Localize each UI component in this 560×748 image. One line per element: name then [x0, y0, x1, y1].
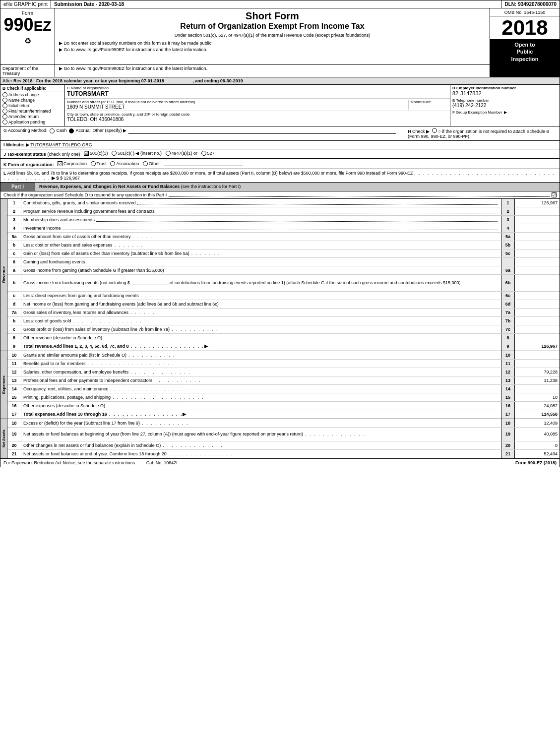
527-option[interactable]: 527 [201, 151, 215, 156]
cash-radio[interactable] [50, 128, 55, 133]
table-row: 14 Occupancy, rent, utilities, and maint… [7, 385, 560, 393]
check-name[interactable]: Name change [2, 98, 62, 103]
cell-desc: Less: direct expenses from gaming and fu… [21, 292, 501, 300]
cell-value [515, 275, 560, 291]
cell-line: 18 [501, 419, 515, 427]
check-amended[interactable]: Amended return [2, 114, 62, 119]
cell-line: 13 [501, 376, 515, 384]
trust-option[interactable]: Trust [91, 161, 107, 166]
row-num: c [7, 292, 21, 300]
row-num: 19 [7, 428, 21, 441]
cell-line: 1 [501, 199, 515, 207]
row-num: 16 [7, 402, 21, 410]
other-option[interactable]: Other [143, 161, 160, 166]
h-radio[interactable] [432, 128, 437, 133]
check-pending[interactable]: Application pending [2, 120, 62, 125]
ein-value: 82-3147832 [452, 90, 558, 96]
schedule-checkbox[interactable]: ☑ [552, 192, 557, 197]
final-radio[interactable] [2, 109, 7, 114]
check-final[interactable]: Final return/terminated [2, 109, 62, 114]
assoc-option[interactable]: Association [110, 161, 139, 166]
address-radio[interactable] [2, 92, 7, 97]
other-input[interactable] [164, 160, 243, 166]
year-area: OMB No. 1545-1150 2018 Open toPublicInsp… [490, 8, 560, 64]
cell-value [515, 309, 560, 316]
table-row: a Gross income from gaming (attach Sched… [7, 266, 560, 275]
phone-value: (419) 242-2122 [452, 103, 558, 108]
corp-checkbox[interactable]: ☑ [58, 161, 62, 166]
l-value: $ 126,967 [60, 176, 80, 181]
accrual-label: Accrual [76, 128, 91, 133]
cell-value: 12,409 [515, 419, 560, 427]
527-radio[interactable] [201, 151, 206, 156]
4947-radio[interactable] [166, 151, 171, 156]
cell-value: 52,494 [515, 450, 560, 458]
part1-title: Revenue, Expenses, and Changes in Net As… [35, 183, 560, 191]
cell-value: 114,558 [515, 410, 560, 419]
table-row: 9 Total revenue. Add lines 1, 2, 3, 4, 5… [7, 342, 560, 351]
table-row: 10 Grants and similar amounts paid (list… [7, 351, 560, 360]
cell-line: 20 [501, 441, 515, 449]
address-main: Number and street (or P. O. box, if mail… [67, 100, 408, 110]
cell-value [515, 233, 560, 241]
check-only: (check only one) [47, 152, 80, 157]
website-url: TUTORSMART-TOLEDO.ORG [30, 142, 92, 147]
cell-value [515, 317, 560, 325]
address-label: Address change [8, 92, 39, 97]
footer-row: For Paperwork Reduction Act Notice, see … [0, 459, 560, 467]
tax-year-row: After Rev 2018 For the 2018 calendar yea… [0, 77, 560, 85]
cell-desc: Contributions, gifts, grants, and simila… [21, 199, 501, 207]
table-row: 8 Other revenue (describe in Schedule O)… [7, 334, 560, 342]
cell-desc: Excess or (deficit) for the year (Subtra… [21, 419, 501, 427]
other-radio[interactable] [143, 161, 148, 166]
city-value: TOLEDO, OH 436041806 [67, 117, 448, 122]
table-row: 21 Net assets or fund balances at end of… [7, 450, 560, 458]
501c3-option[interactable]: ☑ 501(c)(3) [84, 151, 108, 156]
name-radio[interactable] [2, 98, 7, 103]
check-initial[interactable]: Initial return [2, 103, 62, 108]
cell-value: 126,967 [515, 342, 560, 351]
accrual-radio[interactable] [69, 128, 74, 133]
expense-rows: 10 Grants and similar amounts paid (list… [7, 351, 560, 419]
form-org-row: K Form of organization: ☑ Corporation Tr… [0, 159, 560, 169]
title-main: Short Form Return of Organization Exempt… [55, 8, 490, 64]
table-row: 7a Gross sales of inventory, less return… [7, 309, 560, 317]
row-num: 11 [7, 360, 21, 368]
part1-label: Part I [0, 183, 35, 191]
check-address[interactable]: Address change [2, 92, 62, 97]
cell-line: 21 [501, 450, 515, 458]
row-num: 7a [7, 309, 21, 316]
row-num: 21 [7, 450, 21, 458]
cell-line: 4 [501, 224, 515, 232]
website-row: I Website: ▶ TUTORSMART-TOLEDO.ORG [0, 141, 560, 149]
table-row: 19 Net assets or fund balances at beginn… [7, 428, 560, 441]
short-form-title: Short Form [59, 10, 486, 22]
trust-radio[interactable] [91, 161, 96, 166]
dotted-line [169, 193, 550, 197]
other-label: Other (specify) ▶ [93, 128, 127, 133]
row-num: 4 [7, 224, 21, 232]
initial-radio[interactable] [2, 103, 7, 108]
501c-radio[interactable] [112, 151, 117, 156]
row-num: 14 [7, 385, 21, 393]
final-label: Final return/terminated [8, 109, 51, 114]
form-label-footer: Form 990-EZ (2018) [515, 460, 557, 465]
cell-desc: Gross income from fundraising events (no… [21, 275, 501, 291]
subtitle: Under section 501(c), 527, or 4947(a)(1)… [59, 33, 486, 38]
ein-block: D Employer identification number 82-3147… [452, 86, 558, 96]
cell-line: 2 [501, 207, 515, 215]
4947-option[interactable]: 4947(a)(1) or [166, 151, 198, 156]
paperwork-notice: For Paperwork Reduction Act Notice, see … [3, 460, 136, 465]
501c-option[interactable]: 501(c)( ) ◀ (insert no.) [112, 151, 162, 156]
pending-radio[interactable] [2, 120, 7, 125]
dept-label: Department of the Treasury [2, 66, 53, 76]
corp-option[interactable]: ☑ Corporation [58, 161, 87, 166]
cat-no: Cat. No. 10642I [146, 460, 178, 465]
row-num: 3 [7, 216, 21, 224]
cell-value [515, 258, 560, 266]
assoc-radio[interactable] [110, 161, 115, 166]
amended-radio[interactable] [2, 114, 7, 119]
check-title: B Check if applicable: [2, 86, 62, 91]
501c3-checkbox[interactable]: ☑ [84, 151, 89, 156]
table-row: 3 Membership dues and assessments 3 [7, 216, 560, 224]
